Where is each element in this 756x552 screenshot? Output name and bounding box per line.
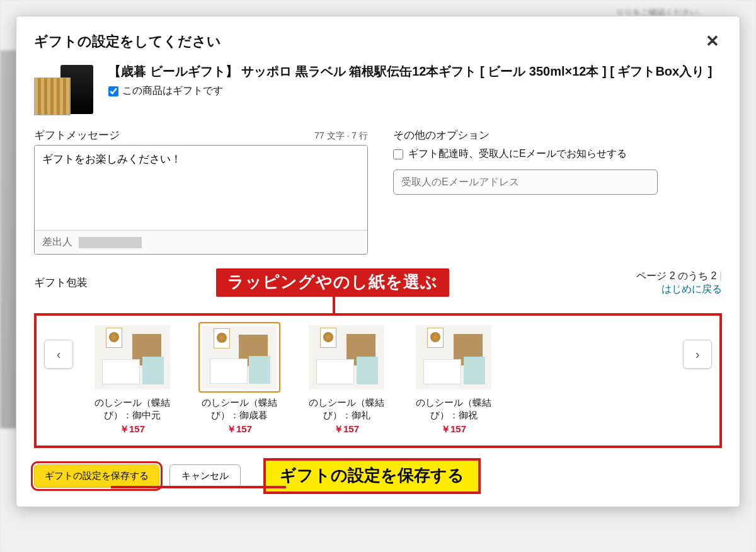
notify-label: ギフト配達時、受取人にEメールでお知らせする: [408, 147, 627, 161]
wrapping-option-label: のしシール（蝶結び）：御歳暮: [192, 396, 287, 422]
carousel-next-button[interactable]: ›: [683, 340, 712, 369]
carousel-prev-button[interactable]: ‹: [44, 340, 73, 369]
wrapping-option-label: のしシール（蝶結び）：御祝: [406, 396, 501, 422]
message-section-label: ギフトメッセージ: [34, 128, 120, 142]
wrapping-option-0[interactable]: のしシール（蝶結び）：御中元 ￥157: [84, 322, 180, 435]
annotation-save: ギフトの設定を保存する: [263, 458, 481, 494]
gift-settings-modal: ギフトの設定をしてください ✕ 【歳暮 ビールギフト】 サッポロ 黒ラベル 箱根…: [16, 16, 740, 507]
cancel-button[interactable]: キャンセル: [169, 464, 241, 488]
wrapping-section-label: ギフト包装: [34, 275, 88, 290]
gift-checkbox-label: この商品はギフトです: [122, 84, 223, 98]
recipient-email-input[interactable]: [393, 170, 658, 195]
wrapping-option-1[interactable]: のしシール（蝶結び）：御歳暮 ￥157: [192, 322, 287, 435]
sender-label: 差出人: [42, 236, 72, 249]
notify-checkbox-row[interactable]: ギフト配達時、受取人にEメールでお知らせする: [393, 147, 722, 161]
gift-checkbox[interactable]: [108, 86, 118, 96]
sender-name-redacted: [79, 237, 142, 248]
wrapping-option-3[interactable]: のしシール（蝶結び）：御祝 ￥157: [406, 322, 501, 435]
annotation-save-line: [111, 486, 286, 488]
close-button[interactable]: ✕: [703, 32, 722, 51]
modal-title: ギフトの設定をしてください: [34, 32, 221, 51]
product-image: [34, 62, 97, 120]
char-count: 77 文字 · 7 行: [314, 130, 368, 142]
wrapping-option-label: のしシール（蝶結び）：御礼: [299, 396, 394, 422]
wrapping-option-label: のしシール（蝶結び）：御中元: [84, 396, 180, 422]
options-section-label: その他のオプション: [393, 128, 490, 142]
annotation-select-wrapping: ラッピングやのし紙を選ぶ: [216, 268, 449, 297]
pager-text: ページ 2 のうち 2: [636, 270, 719, 281]
wrapping-option-price: ￥157: [299, 423, 394, 435]
product-title: 【歳暮 ビールギフト】 サッポロ 黒ラベル 箱根駅伝缶12本ギフト [ ビール …: [108, 62, 722, 81]
notify-checkbox[interactable]: [393, 149, 403, 159]
gift-message-textarea[interactable]: [35, 146, 367, 227]
pager-reset-link[interactable]: はじめに戻る: [662, 283, 722, 296]
wrapping-option-price: ￥157: [84, 423, 180, 435]
gift-checkbox-row[interactable]: この商品はギフトです: [108, 84, 722, 98]
wrapping-option-price: ￥157: [192, 423, 287, 435]
wrapping-option-price: ￥157: [406, 423, 501, 435]
wrapping-carousel: ‹ のしシール（蝶結び）：御中元 ￥157 のしシール（蝶結び）：御歳暮 ￥15…: [34, 313, 722, 448]
product-row: 【歳暮 ビールギフト】 サッポロ 黒ラベル 箱根駅伝缶12本ギフト [ ビール …: [34, 62, 722, 120]
save-gift-settings-button[interactable]: ギフトの設定を保存する: [34, 464, 159, 488]
message-box: 差出人: [34, 145, 368, 255]
wrapping-option-2[interactable]: のしシール（蝶結び）：御礼 ￥157: [299, 322, 394, 435]
